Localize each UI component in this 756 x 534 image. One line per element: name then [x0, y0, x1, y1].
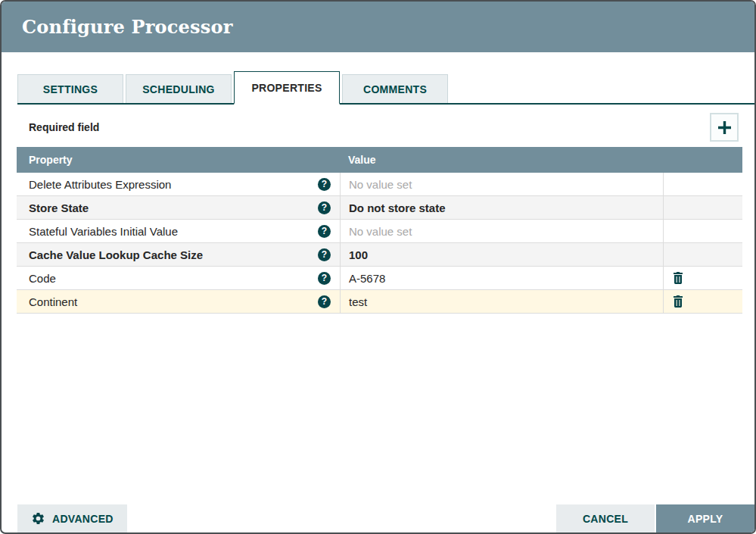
property-name: Cache Value Lookup Cache Size [29, 248, 203, 261]
property-value[interactable]: 100 [340, 243, 663, 266]
apply-button[interactable]: APPLY [656, 504, 754, 532]
advanced-button[interactable]: ADVANCED [17, 504, 127, 532]
tab-label: PROPERTIES [251, 82, 322, 94]
tab-label: COMMENTS [363, 83, 427, 95]
property-cell: Stateful Variables Initial Value? [17, 220, 340, 242]
help-icon[interactable]: ? [318, 225, 331, 238]
tab-scheduling[interactable]: SCHEDULING [126, 74, 232, 103]
property-cell: Delete Attributes Expression? [17, 173, 340, 195]
actions-cell [663, 220, 742, 242]
tab-label: SCHEDULING [142, 83, 215, 95]
add-property-button[interactable] [710, 113, 739, 142]
gear-icon [31, 511, 45, 526]
table-row: Cache Value Lookup Cache Size?100 [17, 243, 742, 267]
trash-icon [673, 272, 683, 284]
help-icon[interactable]: ? [318, 272, 331, 285]
delete-property-button[interactable] [673, 272, 683, 284]
table-row: Code?A-5678 [17, 267, 742, 290]
property-cell: Store State? [17, 196, 340, 219]
footer-action-buttons: CANCEL APPLY [556, 504, 754, 532]
tab-label: SETTINGS [43, 83, 98, 95]
advanced-button-label: ADVANCED [52, 513, 114, 525]
help-icon[interactable]: ? [318, 201, 331, 214]
table-row: Stateful Variables Initial Value?No valu… [17, 220, 742, 243]
tab-properties[interactable]: PROPERTIES [234, 71, 340, 105]
property-cell: Code? [17, 267, 340, 289]
property-value[interactable]: Do not store state [340, 196, 663, 219]
dialog-title: Configure Processor [22, 16, 233, 38]
property-cell: Cache Value Lookup Cache Size? [17, 243, 340, 266]
help-icon[interactable]: ? [318, 248, 331, 261]
tab-settings[interactable]: SETTINGS [17, 74, 123, 103]
table-row: Delete Attributes Expression?No value se… [17, 173, 742, 196]
apply-button-label: APPLY [688, 513, 723, 525]
properties-toolbar: Required field [17, 113, 739, 142]
table-row: Continent?test [17, 290, 742, 314]
plus-icon [718, 121, 731, 134]
trash-icon [673, 295, 683, 308]
property-name: Code [29, 272, 56, 285]
property-name: Continent [29, 295, 77, 308]
actions-cell [663, 290, 742, 313]
column-header-value: Value [340, 154, 663, 166]
property-value[interactable]: A-5678 [340, 267, 663, 289]
actions-cell [663, 243, 742, 266]
actions-cell [663, 173, 742, 195]
property-cell: Continent? [17, 290, 340, 313]
properties-table: Property Value Delete Attributes Express… [17, 147, 742, 314]
delete-property-button[interactable] [673, 295, 683, 308]
actions-cell [663, 196, 742, 219]
property-name: Delete Attributes Expression [29, 178, 171, 191]
tab-bar: SETTINGS SCHEDULING PROPERTIES COMMENTS [17, 71, 754, 105]
column-header-property: Property [17, 154, 340, 166]
property-name: Store State [29, 201, 89, 214]
dialog-footer: ADVANCED CANCEL APPLY [2, 504, 754, 532]
dialog-header: Configure Processor [2, 2, 754, 52]
actions-cell [663, 267, 742, 289]
property-value[interactable]: No value set [340, 220, 663, 242]
help-icon[interactable]: ? [318, 178, 331, 191]
required-field-label: Required field [29, 121, 99, 133]
table-body: Delete Attributes Expression?No value se… [17, 173, 742, 314]
property-value[interactable]: No value set [340, 173, 663, 195]
cancel-button-label: CANCEL [583, 513, 628, 525]
table-row: Store State?Do not store state [17, 196, 742, 220]
configure-processor-dialog: Configure Processor SETTINGS SCHEDULING … [0, 0, 756, 534]
property-value[interactable]: test [340, 290, 663, 313]
tab-comments[interactable]: COMMENTS [342, 74, 448, 103]
cancel-button[interactable]: CANCEL [556, 504, 655, 532]
table-header-row: Property Value [17, 147, 742, 173]
help-icon[interactable]: ? [318, 295, 331, 308]
property-name: Stateful Variables Initial Value [29, 225, 178, 238]
